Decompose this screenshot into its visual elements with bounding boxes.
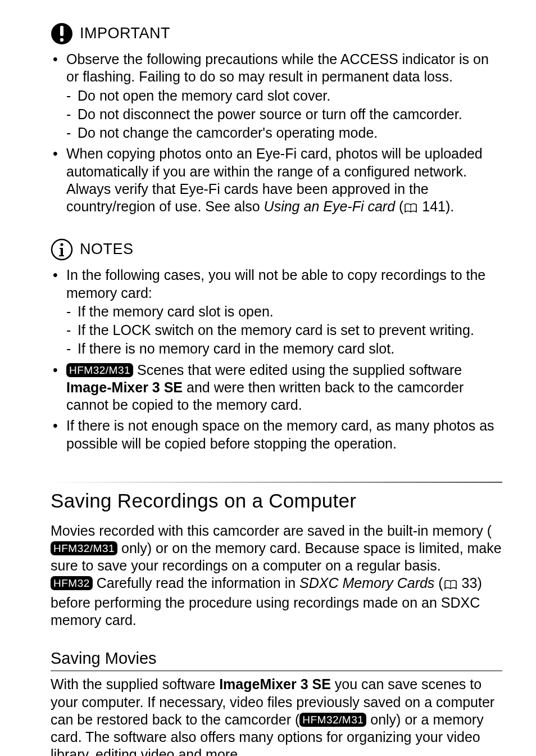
book-icon (444, 576, 457, 594)
section-body-s1-pre: Movies recorded with this camcorder are … (51, 523, 492, 538)
notes-bullet-1-d3: If there is no memory card in the memory… (66, 340, 502, 357)
sub-body-bold: ImageMixer 3 SE (219, 676, 331, 692)
important-bullet-1-d1: Do not open the memory card slot cover. (66, 87, 502, 105)
notes-bullet-1-subitems: If the memory card slot is open. If the … (66, 303, 502, 358)
sub-body-pre: With the supplied software (51, 676, 219, 692)
notes-bullet-3-text: If there is not enough space on the memo… (66, 418, 494, 451)
notes-bullet-1: In the following cases, you will not be … (51, 266, 502, 357)
book-icon (405, 200, 417, 217)
svg-point-5 (60, 243, 63, 246)
notes-bullet-2-bold: Image-Mixer 3 SE (66, 379, 183, 395)
model-badge-hfm32: HFM32 (51, 576, 93, 590)
notes-heading: NOTES (51, 238, 502, 261)
sub-body: With the supplied software ImageMixer 3 … (51, 676, 502, 756)
notes-bullet-3: If there is not enough space on the memo… (51, 417, 502, 452)
important-label: IMPORTANT (80, 24, 170, 43)
model-badge-hfm32-m31: HFM32/M31 (51, 541, 117, 555)
section-body-s2-pre: Carefully read the information in (93, 575, 299, 591)
info-icon (51, 238, 73, 261)
notes-bullet-2: HFM32/M31 Scenes that were edited using … (51, 361, 502, 414)
section-rule (51, 482, 502, 483)
svg-rect-1 (60, 26, 63, 36)
section-title: Saving Recordings on a Computer (51, 488, 502, 513)
notes-bullets: In the following cases, you will not be … (51, 266, 502, 452)
notes-label: NOTES (80, 240, 134, 259)
important-bullet-1-text: Observe the following precautions while … (66, 51, 489, 84)
notes-bullet-1-text: In the following cases, you will not be … (66, 267, 485, 300)
section-saving-recordings: Saving Recordings on a Computer Movies r… (51, 482, 502, 629)
section-body-s1-post: only) or on the memory card. Because spa… (51, 540, 502, 573)
important-bullet-2-open: ( (395, 198, 403, 214)
page: IMPORTANT Observe the following precauti… (0, 0, 536, 756)
important-bullet-2: When copying photos onto an Eye-Fi card,… (51, 145, 502, 217)
model-badge-hfm32-m31: HFM32/M31 (66, 363, 133, 377)
important-bullets: Observe the following precautions while … (51, 51, 502, 217)
important-heading: IMPORTANT (51, 22, 502, 45)
subsection-saving-movies: Saving Movies With the supplied software… (51, 648, 502, 756)
section-body-s2-em: SDXC Memory Cards (299, 575, 434, 591)
sub-title: Saving Movies (51, 648, 502, 668)
svg-rect-2 (60, 38, 63, 42)
section-body-s2-open: ( (434, 575, 443, 591)
notes-bullet-2-pre: Scenes that were edited using the suppli… (133, 362, 462, 378)
important-bullet-1-d3: Do not change the camcorder's operating … (66, 124, 502, 142)
notes-bullet-1-d1: If the memory card slot is open. (66, 303, 502, 320)
important-bullet-1-subitems: Do not open the memory card slot cover. … (66, 87, 502, 142)
important-bullet-2-ref: 141). (418, 198, 454, 214)
important-bullet-1: Observe the following precautions while … (51, 51, 502, 142)
important-icon (51, 22, 73, 45)
notes-bullet-1-d2: If the LOCK switch on the memory card is… (66, 322, 502, 339)
section-body: Movies recorded with this camcorder are … (51, 522, 502, 630)
sub-rule (51, 671, 502, 671)
important-bullet-2-em: Using an Eye-Fi card (264, 198, 395, 214)
model-badge-hfm32-m31: HFM32/M31 (299, 713, 366, 727)
important-bullet-1-d2: Do not disconnect the power source or tu… (66, 106, 502, 123)
